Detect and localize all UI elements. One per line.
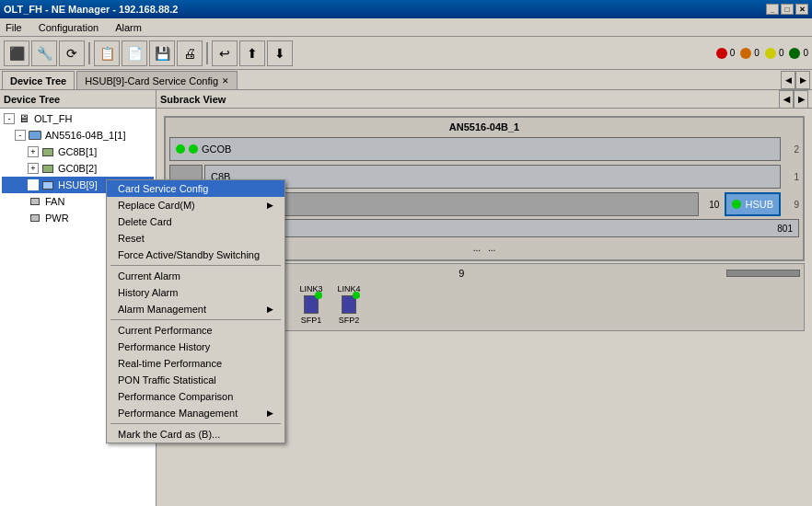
link4-item: LINK4 SFP2 (338, 284, 361, 325)
toolbar-sep-1 (88, 42, 90, 64)
menu-file[interactable]: File (2, 20, 26, 35)
maximize-button[interactable]: □ (781, 4, 794, 15)
tree-an5516[interactable]: - AN5516-04B_1[1] (2, 127, 154, 144)
gcob-status-dot2 (189, 144, 198, 154)
ctx-sep-1 (110, 265, 281, 266)
title-bar: OLT_FH - NE Manager - 192.168.88.2 _ □ ✕ (0, 0, 812, 18)
ctx-delete-card[interactable]: Delete Card (107, 213, 284, 230)
subrack-header: Subrack View ◀ ▶ (157, 90, 812, 109)
ctx-performance-history[interactable]: Performance History (107, 339, 284, 355)
ctx-perf-mgmt-label: Performance Management (118, 408, 238, 419)
gc0b-label: GC0B[2] (58, 163, 97, 174)
ctx-current-alarm[interactable]: Current Alarm (107, 268, 284, 284)
toolbar-sep-2 (206, 42, 208, 64)
pwr-icon (28, 212, 42, 224)
ctx-alarm-mgmt-label: Alarm Management (118, 304, 206, 315)
menu-alarm[interactable]: Alarm (111, 20, 145, 35)
tree-gc0b[interactable]: + GC0B[2] (2, 160, 154, 177)
tree-root[interactable]: - 🖥 OLT_FH (2, 110, 154, 127)
hsub-expand[interactable]: + (28, 179, 39, 190)
ctx-sep-3 (110, 423, 281, 424)
toolbar-btn-9[interactable]: ⬆ (239, 40, 265, 66)
ctx-reset-label: Reset (118, 233, 145, 244)
red-light (716, 48, 727, 59)
an5516-icon (28, 129, 42, 142)
status-light-red: 0 (716, 48, 736, 59)
ctx-history-alarm[interactable]: History Alarm (107, 284, 284, 301)
status-light-green: 0 (789, 48, 808, 59)
ctx-perf-hist-label: Performance History (118, 341, 210, 352)
tab-device-tree-label: Device Tree (10, 75, 66, 86)
subrack-card-hsub[interactable]: HSUB (725, 192, 781, 216)
toolbar-btn-8[interactable]: ↩ (212, 40, 238, 66)
gc0b-icon (41, 162, 55, 175)
ctx-reset[interactable]: Reset (107, 230, 284, 247)
toolbar: ⬛ 🔧 ⟳ 📋 📄 💾 🖨 ↩ ⬆ ⬇ 0 0 0 0 (0, 37, 812, 70)
status-lights: 0 0 0 0 (716, 48, 808, 59)
gcob-number: 2 (781, 144, 799, 155)
toolbar-btn-10[interactable]: ⬇ (267, 40, 293, 66)
tab-nav-left[interactable]: ◀ (781, 71, 795, 89)
ctx-perf-comparison[interactable]: Performance Comparison (107, 388, 284, 405)
gc8b-icon (41, 145, 55, 158)
hsub-number: 9 (781, 200, 799, 210)
ctx-current-alarm-label: Current Alarm (118, 270, 180, 282)
tab-navigation[interactable]: ◀ ▶ (781, 71, 810, 89)
link4-dot (353, 292, 360, 299)
root-expand[interactable]: - (4, 113, 15, 124)
toolbar-btn-4[interactable]: 📋 (94, 40, 120, 66)
orange-count: 0 (754, 48, 760, 58)
window-controls[interactable]: _ □ ✕ (766, 4, 808, 15)
toolbar-btn-2[interactable]: 🔧 (31, 40, 57, 66)
tree-gc8b[interactable]: + GC8B[1] (2, 144, 154, 160)
subrack-nav-left[interactable]: ◀ (779, 90, 794, 109)
ctx-replace-arrow: ▶ (267, 201, 273, 210)
close-button[interactable]: ✕ (795, 4, 808, 15)
status-light-orange: 0 (740, 48, 760, 59)
tab-card-service-label: HSUB[9]-Card Service Config (85, 75, 218, 86)
ctx-mark-card[interactable]: Mark the Card as (B)... (107, 426, 284, 443)
toolbar-btn-7[interactable]: 🖨 (177, 40, 203, 66)
hsub-label: HSUB[9] (58, 179, 98, 190)
ctx-realtime-performance[interactable]: Real-time Performance (107, 355, 284, 372)
link3-sublabel: SFP1 (301, 316, 322, 325)
menu-configuration[interactable]: Configuration (35, 20, 102, 35)
device-tree-header: Device Tree (0, 90, 156, 109)
tab-device-tree[interactable]: Device Tree (2, 71, 75, 89)
tab-nav-right[interactable]: ▶ (795, 71, 810, 89)
fan-label: FAN (45, 196, 64, 207)
ctx-perf-management[interactable]: Performance Management ▶ (107, 405, 284, 421)
subrack-nav-right[interactable]: ▶ (794, 90, 808, 109)
toolbar-btn-3[interactable]: ⟳ (59, 40, 85, 66)
menu-bar: File Configuration Alarm (0, 18, 812, 37)
pw24-gray-area (254, 192, 699, 216)
hsub-detail-number: 9 (458, 268, 464, 279)
toolbar-btn-5[interactable]: 📄 (122, 40, 147, 66)
subrack-card-gcob[interactable]: GCOB (169, 137, 781, 161)
hsub-scrollbar[interactable] (726, 270, 800, 277)
minimize-button[interactable]: _ (766, 4, 779, 15)
toolbar-btn-1[interactable]: ⬛ (4, 40, 29, 66)
subrack-card-c8b[interactable]: C8B (204, 165, 781, 189)
ctx-perf-mgmt-arrow: ▶ (267, 408, 273, 418)
num-801: 801 (777, 224, 793, 234)
toolbar-btn-6[interactable]: 💾 (149, 40, 175, 66)
ctx-replace-card[interactable]: Replace Card(M) ▶ (107, 197, 284, 213)
yellow-count: 0 (779, 48, 784, 58)
dots-ellipsis-right: ... (488, 243, 495, 253)
ctx-force-switch[interactable]: Force Active/Standby Switching (107, 247, 284, 263)
gcob-label: GCOB (202, 144, 231, 155)
ctx-current-performance[interactable]: Current Performance (107, 322, 284, 339)
tab-card-service[interactable]: HSUB[9]-Card Service Config ✕ (76, 71, 238, 89)
gc0b-expand[interactable]: + (28, 163, 39, 174)
yellow-light (765, 48, 776, 59)
an5516-expand[interactable]: - (15, 130, 26, 141)
gc8b-expand[interactable]: + (28, 146, 39, 157)
dots-ellipsis-left: ... (473, 243, 481, 253)
ctx-pon-traffic[interactable]: PON Traffic Statistical (107, 372, 284, 388)
ctx-card-service-label: Card Service Config (118, 183, 208, 194)
link4-sublabel: SFP2 (339, 316, 360, 325)
tab-close-button[interactable]: ✕ (222, 76, 229, 86)
ctx-alarm-management[interactable]: Alarm Management ▶ (107, 301, 284, 317)
ctx-card-service-config[interactable]: Card Service Config (107, 180, 284, 197)
